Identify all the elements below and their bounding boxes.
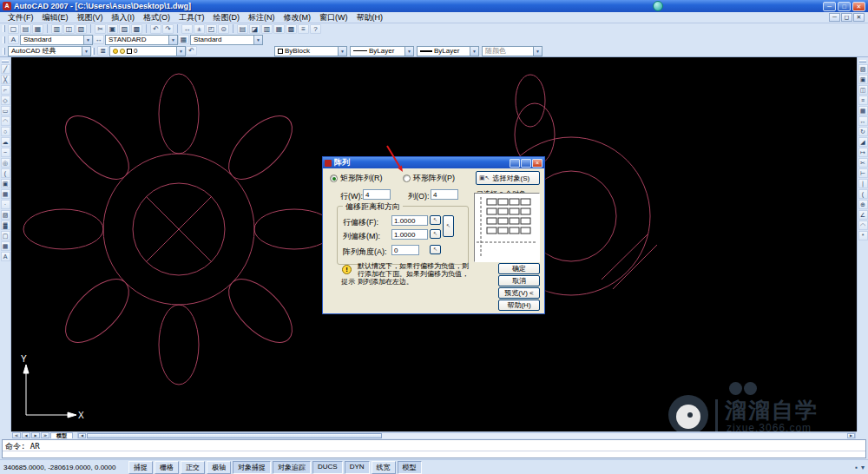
plotstyle-select[interactable]: 随颜色 ▼ xyxy=(482,46,542,56)
polar-button[interactable]: 极轴 xyxy=(207,461,231,474)
properties-icon[interactable]: ▤ xyxy=(237,24,248,34)
quickcalc-icon[interactable]: ≡ xyxy=(298,24,309,34)
undo-icon[interactable]: ↶ xyxy=(150,24,161,34)
paste-icon[interactable]: ▨ xyxy=(119,24,130,34)
region-icon[interactable]: ▢ xyxy=(1,231,10,240)
copy-clip-icon[interactable]: ▣ xyxy=(107,24,118,34)
menu-help[interactable]: 帮助(H) xyxy=(352,12,388,23)
stretch-icon[interactable]: ↦ xyxy=(858,148,868,157)
model-button[interactable]: 模型 xyxy=(398,461,422,474)
pick-col-offset-button[interactable]: ↖ xyxy=(430,229,441,239)
table-style-select[interactable]: Standard ▼ xyxy=(190,35,263,45)
polygon-icon[interactable]: ◇ xyxy=(1,95,10,105)
menu-file[interactable]: 文件(F) xyxy=(3,12,38,23)
match-properties-icon[interactable]: ▩ xyxy=(131,24,142,34)
doc-close-button[interactable]: ✕ xyxy=(853,13,865,22)
offset-icon[interactable]: ≡ xyxy=(858,95,868,105)
doc-minimize-button[interactable]: ─ xyxy=(829,13,840,22)
color-select[interactable]: ByBlock ▼ xyxy=(274,46,347,56)
rotate-icon[interactable]: ↻ xyxy=(858,127,868,136)
layer-previous-icon[interactable]: ↶ xyxy=(186,46,197,56)
cancel-button[interactable]: 取消 xyxy=(498,275,540,286)
construction-line-icon[interactable]: ╳ xyxy=(1,75,10,84)
cut-icon[interactable]: ✂ xyxy=(95,24,106,34)
help-button[interactable]: 帮助(H) xyxy=(498,300,540,311)
snap-button[interactable]: 捕捉 xyxy=(128,461,153,474)
ok-button[interactable]: 确定 xyxy=(498,263,540,274)
ducs-button[interactable]: DUCS xyxy=(312,461,343,474)
toolbar-grip[interactable] xyxy=(3,36,5,43)
scroll-right-icon[interactable]: ▶ xyxy=(847,433,855,438)
table-icon[interactable]: ▦ xyxy=(1,241,10,251)
plot-icon[interactable]: ▥ xyxy=(51,24,62,34)
layer-properties-icon[interactable]: ≣ xyxy=(97,46,108,56)
redo-icon[interactable]: ↷ xyxy=(162,24,174,34)
pick-both-offsets-button[interactable]: ↖ xyxy=(443,215,454,237)
erase-icon[interactable]: ▨ xyxy=(858,64,868,74)
layout-next-button[interactable]: ▶ xyxy=(31,432,40,438)
multiline-text-icon[interactable]: A xyxy=(1,252,10,261)
polyline-icon[interactable]: ⌐ xyxy=(1,85,10,95)
break-point-icon[interactable]: ∣ xyxy=(858,179,868,188)
move-icon[interactable]: ↔ xyxy=(858,116,868,126)
tray-menu-icon[interactable]: ▾ xyxy=(861,464,865,471)
mirror-icon[interactable]: ◫ xyxy=(858,85,868,95)
menu-tools[interactable]: 工具(T) xyxy=(174,12,209,23)
layer-select[interactable]: 0 ▼ xyxy=(109,46,186,56)
copy-object-icon[interactable]: ▣ xyxy=(858,75,868,84)
dyn-button[interactable]: DYN xyxy=(345,461,370,474)
cols-input[interactable] xyxy=(431,189,458,200)
menu-format[interactable]: 格式(O) xyxy=(139,12,174,23)
col-offset-input[interactable] xyxy=(391,229,428,240)
fillet-icon[interactable]: ◠ xyxy=(858,221,868,230)
workspace-select[interactable]: AutoCAD 经典 ▼ xyxy=(8,46,91,56)
lineweight-button[interactable]: 线宽 xyxy=(372,461,396,474)
minimize-button[interactable]: ─ xyxy=(823,2,836,11)
select-objects-button[interactable]: ▣↖ 选择对象(S) xyxy=(476,171,540,185)
hatch-icon[interactable]: ▨ xyxy=(1,210,10,220)
gradient-icon[interactable]: ▓ xyxy=(1,221,10,230)
dialog-close-button[interactable]: × xyxy=(532,159,542,168)
maximize-button[interactable]: □ xyxy=(838,2,851,11)
rectangle-icon[interactable]: ▭ xyxy=(1,106,10,115)
menu-insert[interactable]: 插入(I) xyxy=(108,12,140,23)
dialog-help-button[interactable] xyxy=(510,159,520,168)
layout-first-button[interactable]: ≪ xyxy=(12,432,21,438)
designcenter-icon[interactable]: ◪ xyxy=(249,24,260,34)
open-file-icon[interactable]: ▤ xyxy=(20,24,31,34)
dialog-titlebar[interactable]: 阵列 × xyxy=(323,157,544,168)
pan-icon[interactable]: ↔ xyxy=(181,24,193,34)
zoom-realtime-icon[interactable]: ± xyxy=(194,24,205,34)
linetype-select[interactable]: ByLayer ▼ xyxy=(350,46,414,56)
dim-style-select[interactable]: STANDARD ▼ xyxy=(105,35,178,45)
command-input[interactable] xyxy=(3,451,865,459)
rectangular-array-radio[interactable]: 矩形阵列(R) xyxy=(330,173,383,184)
grid-button[interactable]: 栅格 xyxy=(155,461,179,474)
preview-button[interactable]: 预览(V) < xyxy=(498,287,540,299)
dim-style-icon[interactable]: ↔ xyxy=(93,35,104,44)
help-icon[interactable]: ? xyxy=(310,24,321,34)
tray-standards-icon[interactable]: ▪ xyxy=(855,464,858,471)
toolbar-grip[interactable] xyxy=(2,60,9,63)
menu-window[interactable]: 窗口(W) xyxy=(315,12,352,23)
osnap-button[interactable]: 对象捕捉 xyxy=(233,461,271,474)
menu-edit[interactable]: 编辑(E) xyxy=(38,12,73,23)
text-style-icon[interactable]: A xyxy=(8,35,19,44)
toolbar-grip[interactable] xyxy=(859,60,866,63)
layout-prev-button[interactable]: ◀ xyxy=(22,432,30,438)
command-history-line[interactable]: 命令: AR xyxy=(3,440,865,451)
ellipse-icon[interactable]: ◎ xyxy=(1,158,10,168)
scrollbar-thumb[interactable] xyxy=(87,433,382,438)
toolbar-grip[interactable] xyxy=(92,48,95,55)
trim-icon[interactable]: ✂ xyxy=(858,158,868,168)
plot-preview-icon[interactable]: ◫ xyxy=(63,24,75,34)
make-block-icon[interactable]: ▦ xyxy=(1,189,10,199)
chamfer-icon[interactable]: ∠ xyxy=(858,210,868,220)
arc-icon[interactable]: ◠ xyxy=(1,116,10,126)
spline-icon[interactable]: ~ xyxy=(1,148,10,157)
row-offset-input[interactable] xyxy=(391,215,428,226)
layout-last-button[interactable]: ≫ xyxy=(41,432,49,438)
join-icon[interactable]: ⊕ xyxy=(858,200,868,209)
extend-icon[interactable]: ⊢ xyxy=(858,168,868,178)
markup-icon[interactable]: ▩ xyxy=(286,24,297,34)
